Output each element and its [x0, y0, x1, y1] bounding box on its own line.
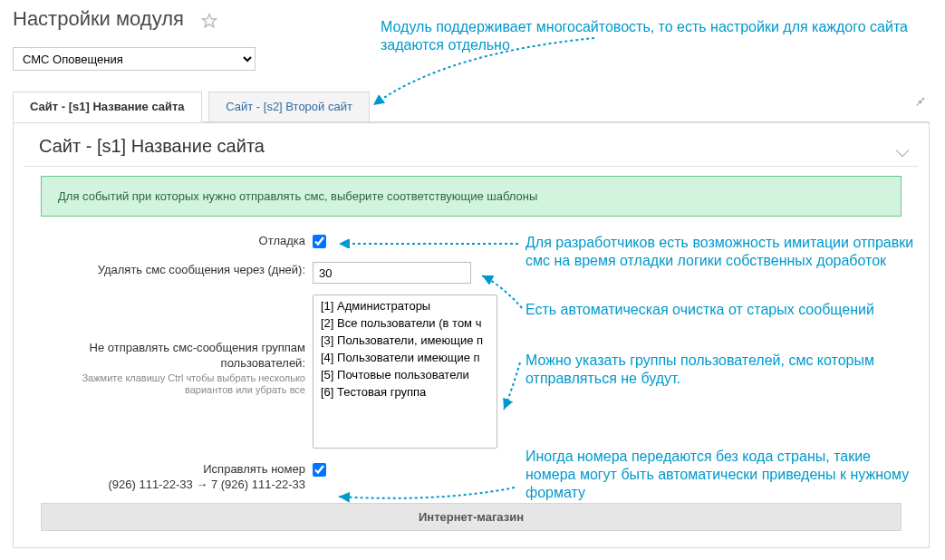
- info-notice: Для событий при которых нужно отправлять…: [41, 176, 902, 217]
- pin-icon[interactable]: [914, 94, 929, 109]
- section-shop-bar[interactable]: Интернет-магазин: [41, 503, 902, 531]
- exclude-groups-label: Не отправлять смс-сообщения группам поль…: [90, 341, 305, 370]
- tabs-bar: Сайт - [s1] Название сайта Сайт - [s2] В…: [13, 91, 930, 122]
- annotation-multisite: Модуль поддерживает многосайтовость, то …: [381, 18, 933, 54]
- list-item[interactable]: [1] Администраторы: [315, 297, 495, 314]
- list-item[interactable]: [5] Почтовые пользователи: [315, 366, 495, 383]
- page-title: Настройки модуля: [13, 7, 184, 31]
- exclude-groups-hint: Зажмите клавишу Ctrl чтобы выбрать неско…: [44, 372, 305, 396]
- delete-days-input[interactable]: [313, 262, 471, 284]
- svg-marker-0: [203, 14, 217, 27]
- svg-marker-1: [896, 149, 909, 157]
- fix-number-example: (926) 111-22-33 → 7 (926) 111-22-33: [108, 478, 305, 491]
- panel-title: Сайт - [s1] Название сайта: [39, 136, 265, 157]
- delete-days-label: Удалять смс сообщения через (дней):: [44, 262, 313, 277]
- debug-label: Отладка: [44, 233, 313, 248]
- debug-checkbox[interactable]: [313, 235, 326, 248]
- module-select[interactable]: СМС Оповещения: [13, 47, 256, 71]
- chevron-down-icon[interactable]: [894, 141, 911, 152]
- list-item[interactable]: [2] Все пользователи (в том ч: [315, 314, 495, 332]
- list-item[interactable]: [3] Пользователи, имеющие п: [315, 332, 495, 349]
- fix-number-label: Исправлять номер: [203, 462, 305, 476]
- exclude-groups-select[interactable]: [1] Администраторы [2] Все пользователи …: [313, 294, 497, 449]
- tab-site-s2[interactable]: Сайт - [s2] Второй сайт: [208, 92, 370, 121]
- fix-number-checkbox[interactable]: [313, 463, 326, 477]
- divider: [24, 166, 918, 167]
- list-item[interactable]: [6] Тестовая группа: [315, 383, 495, 401]
- list-item[interactable]: [4] Пользователи имеющие п: [315, 349, 495, 366]
- favorite-star-icon[interactable]: [201, 13, 217, 29]
- settings-panel: Сайт - [s1] Название сайта Для событий п…: [13, 122, 930, 548]
- tab-site-s1[interactable]: Сайт - [s1] Название сайта: [13, 92, 202, 122]
